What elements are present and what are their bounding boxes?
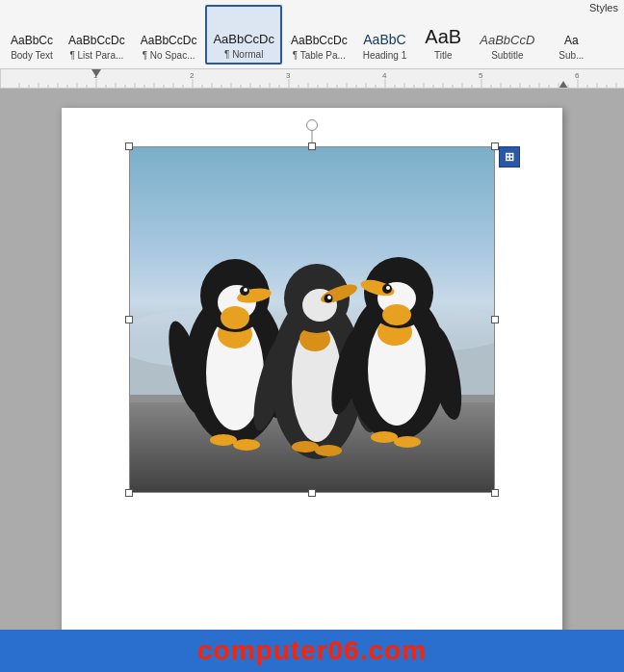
handle-top-middle[interactable] <box>308 142 316 150</box>
svg-text:5: 5 <box>479 71 483 80</box>
svg-text:6: 6 <box>575 71 580 80</box>
style-name-body-text: Body Text <box>11 50 53 61</box>
handle-bottom-middle[interactable] <box>308 489 316 497</box>
style-name-heading1: Heading 1 <box>363 50 407 61</box>
svg-point-87 <box>244 288 247 292</box>
rotation-handle[interactable] <box>306 119 318 131</box>
penguin-image <box>129 146 495 493</box>
layout-options-icon: ⊞ <box>505 150 514 164</box>
handle-bottom-right[interactable] <box>491 489 499 497</box>
svg-point-90 <box>210 434 237 446</box>
handle-middle-right[interactable] <box>491 316 499 323</box>
style-preview-table-pa: AaBbCcDc <box>291 35 348 47</box>
style-items-container: AaBbCc Body Text AaBbCcDc ¶ List Para...… <box>0 1 620 68</box>
handle-bottom-left[interactable] <box>125 489 133 497</box>
handle-top-left[interactable] <box>125 142 133 150</box>
svg-point-115 <box>371 431 398 443</box>
style-item-list-para[interactable]: AaBbCcDc ¶ List Para... <box>62 5 132 65</box>
svg-text:2: 2 <box>190 71 195 80</box>
style-item-title[interactable]: AaB Title <box>415 5 471 65</box>
style-item-sub[interactable]: Aa Sub... <box>543 5 599 65</box>
style-preview-list-para: AaBbCcDc <box>68 35 125 47</box>
style-preview-body-text: AaBbCc <box>11 35 53 47</box>
watermark-text: computer06.com <box>197 635 427 665</box>
svg-point-84 <box>221 306 249 329</box>
style-name-table-pa: ¶ Table Pa... <box>293 50 346 61</box>
style-preview-heading1: AaBbC <box>363 33 405 47</box>
style-item-subtitle[interactable]: AaBbCcD Subtitle <box>473 5 541 65</box>
svg-point-91 <box>233 439 260 451</box>
style-name-normal: ¶ Normal <box>224 49 263 60</box>
watermark-bar: computer06.com <box>0 630 624 672</box>
style-name-sub: Sub... <box>559 50 584 61</box>
style-preview-normal: AaBbCcDc <box>213 33 274 46</box>
ruler-svg: 1 2 3 4 5 6 <box>0 69 624 88</box>
style-preview-subtitle: AaBbCcD <box>480 34 534 47</box>
document-page: ⊞ <box>62 108 562 653</box>
style-item-no-spac[interactable]: AaBbCcDc ¶ No Spac... <box>134 5 204 65</box>
layout-options-button[interactable]: ⊞ <box>499 146 520 168</box>
style-name-subtitle: Subtitle <box>491 50 523 61</box>
style-item-normal[interactable]: AaBbCcDc ¶ Normal <box>205 5 282 65</box>
svg-text:4: 4 <box>382 71 387 80</box>
handle-middle-left[interactable] <box>125 316 133 323</box>
svg-point-102 <box>292 441 319 452</box>
document-area: ⊞ computer06.com <box>0 89 624 672</box>
svg-point-99 <box>327 296 331 299</box>
style-preview-title: AaB <box>425 26 461 47</box>
ruler: 1 2 3 4 5 6 <box>0 69 624 89</box>
style-preview-no-spac: AaBbCcDc <box>141 35 197 47</box>
style-item-body-text[interactable]: AaBbCc Body Text <box>4 5 60 65</box>
svg-point-112 <box>386 286 390 290</box>
svg-text:3: 3 <box>286 71 291 80</box>
style-name-no-spac: ¶ No Spac... <box>143 50 195 61</box>
ribbon-styles-bar: Styles AaBbCc Body Text AaBbCcDc ¶ List … <box>0 0 624 69</box>
handle-top-right[interactable] <box>491 142 499 150</box>
selected-image-container[interactable]: ⊞ <box>129 146 495 493</box>
style-preview-sub: Aa <box>564 35 579 47</box>
svg-point-116 <box>394 436 421 448</box>
style-name-title: Title <box>434 50 453 61</box>
style-item-table-pa[interactable]: AaBbCcDc ¶ Table Pa... <box>284 5 354 65</box>
svg-point-103 <box>315 445 342 456</box>
style-name-list-para: ¶ List Para... <box>69 50 123 61</box>
style-item-heading1[interactable]: AaBbC Heading 1 <box>356 5 414 65</box>
penguin-illustration <box>129 146 495 493</box>
svg-point-109 <box>382 304 411 325</box>
